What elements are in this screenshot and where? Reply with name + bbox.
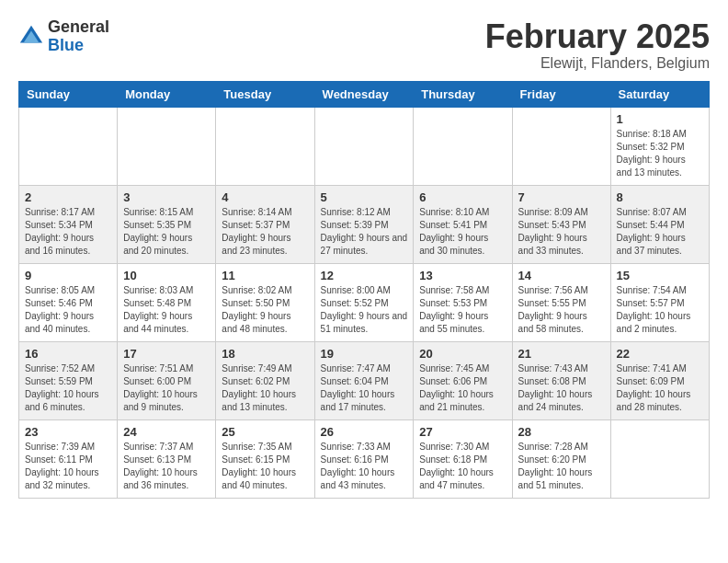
calendar-week-row: 9Sunrise: 8:05 AM Sunset: 5:46 PM Daylig… — [19, 263, 710, 341]
day-number: 19 — [321, 347, 408, 361]
calendar-day-cell: 12Sunrise: 8:00 AM Sunset: 5:52 PM Dayli… — [314, 263, 414, 341]
calendar-subtitle: Elewijt, Flanders, Belgium — [485, 55, 710, 72]
calendar-day-cell: 14Sunrise: 7:56 AM Sunset: 5:55 PM Dayli… — [512, 263, 610, 341]
day-info: Sunrise: 8:15 AM Sunset: 5:35 PM Dayligh… — [123, 206, 210, 258]
day-info: Sunrise: 7:33 AM Sunset: 6:16 PM Dayligh… — [321, 441, 408, 492]
calendar-day-cell: 23Sunrise: 7:39 AM Sunset: 6:11 PM Dayli… — [19, 419, 118, 498]
weekday-header-cell: Friday — [512, 81, 610, 107]
weekday-header-cell: Wednesday — [314, 81, 414, 107]
day-number: 25 — [222, 425, 308, 439]
calendar-day-cell: 1Sunrise: 8:18 AM Sunset: 5:32 PM Daylig… — [610, 107, 709, 185]
day-info: Sunrise: 8:02 AM Sunset: 5:50 PM Dayligh… — [222, 284, 308, 336]
calendar-day-cell — [118, 107, 216, 185]
day-number: 26 — [321, 425, 408, 439]
calendar-day-cell: 18Sunrise: 7:49 AM Sunset: 6:02 PM Dayli… — [216, 341, 314, 419]
day-info: Sunrise: 8:03 AM Sunset: 5:48 PM Dayligh… — [123, 284, 210, 336]
day-info: Sunrise: 8:12 AM Sunset: 5:39 PM Dayligh… — [321, 206, 408, 258]
day-info: Sunrise: 8:09 AM Sunset: 5:43 PM Dayligh… — [518, 206, 605, 258]
calendar-day-cell: 21Sunrise: 7:43 AM Sunset: 6:08 PM Dayli… — [512, 341, 610, 419]
calendar-day-cell: 11Sunrise: 8:02 AM Sunset: 5:50 PM Dayli… — [216, 263, 314, 341]
day-info: Sunrise: 7:58 AM Sunset: 5:53 PM Dayligh… — [419, 284, 506, 336]
calendar-body: 1Sunrise: 8:18 AM Sunset: 5:32 PM Daylig… — [19, 107, 710, 498]
day-info: Sunrise: 8:14 AM Sunset: 5:37 PM Dayligh… — [222, 206, 308, 258]
day-number: 18 — [222, 347, 308, 361]
day-number: 15 — [617, 269, 703, 282]
calendar-day-cell: 26Sunrise: 7:33 AM Sunset: 6:16 PM Dayli… — [314, 419, 414, 498]
day-number: 17 — [123, 347, 210, 361]
day-info: Sunrise: 8:17 AM Sunset: 5:34 PM Dayligh… — [25, 206, 111, 258]
calendar-day-cell: 15Sunrise: 7:54 AM Sunset: 5:57 PM Dayli… — [610, 263, 709, 341]
calendar-table: SundayMondayTuesdayWednesdayThursdayFrid… — [18, 81, 710, 499]
calendar-day-cell: 4Sunrise: 8:14 AM Sunset: 5:37 PM Daylig… — [216, 185, 314, 263]
day-info: Sunrise: 7:56 AM Sunset: 5:55 PM Dayligh… — [518, 284, 605, 336]
day-number: 28 — [518, 425, 605, 439]
calendar-day-cell: 27Sunrise: 7:30 AM Sunset: 6:18 PM Dayli… — [414, 419, 512, 498]
day-info: Sunrise: 7:47 AM Sunset: 6:04 PM Dayligh… — [321, 362, 408, 414]
day-info: Sunrise: 8:10 AM Sunset: 5:41 PM Dayligh… — [419, 206, 506, 258]
day-info: Sunrise: 8:07 AM Sunset: 5:44 PM Dayligh… — [617, 206, 703, 258]
calendar-day-cell — [610, 419, 709, 498]
day-info: Sunrise: 7:45 AM Sunset: 6:06 PM Dayligh… — [419, 362, 506, 414]
day-info: Sunrise: 7:51 AM Sunset: 6:00 PM Dayligh… — [123, 362, 210, 414]
day-number: 3 — [123, 190, 210, 204]
day-number: 23 — [25, 425, 111, 439]
weekday-header-cell: Sunday — [19, 81, 118, 107]
day-number: 27 — [419, 425, 506, 439]
calendar-day-cell: 24Sunrise: 7:37 AM Sunset: 6:13 PM Dayli… — [118, 419, 216, 498]
day-number: 20 — [419, 347, 506, 361]
day-number: 2 — [25, 190, 111, 204]
day-number: 10 — [123, 269, 210, 282]
day-info: Sunrise: 7:39 AM Sunset: 6:11 PM Dayligh… — [25, 441, 111, 492]
page-header: General Blue February 2025 Elewijt, Flan… — [18, 18, 710, 72]
day-number: 5 — [321, 190, 408, 204]
calendar-day-cell: 22Sunrise: 7:41 AM Sunset: 6:09 PM Dayli… — [610, 341, 709, 419]
calendar-week-row: 23Sunrise: 7:39 AM Sunset: 6:11 PM Dayli… — [19, 419, 710, 498]
calendar-day-cell: 3Sunrise: 8:15 AM Sunset: 5:35 PM Daylig… — [118, 185, 216, 263]
weekday-header-row: SundayMondayTuesdayWednesdayThursdayFrid… — [19, 81, 710, 107]
weekday-header-cell: Monday — [118, 81, 216, 107]
logo-general: General — [48, 18, 109, 37]
day-number: 21 — [518, 347, 605, 361]
calendar-day-cell — [216, 107, 314, 185]
calendar-day-cell — [512, 107, 610, 185]
calendar-day-cell — [314, 107, 414, 185]
day-number: 1 — [617, 112, 703, 126]
calendar-day-cell — [19, 107, 118, 185]
weekday-header-cell: Thursday — [414, 81, 512, 107]
day-number: 13 — [419, 269, 506, 282]
calendar-day-cell: 25Sunrise: 7:35 AM Sunset: 6:15 PM Dayli… — [216, 419, 314, 498]
calendar-day-cell: 20Sunrise: 7:45 AM Sunset: 6:06 PM Dayli… — [414, 341, 512, 419]
calendar-day-cell — [414, 107, 512, 185]
logo-icon — [18, 24, 44, 50]
calendar-day-cell: 7Sunrise: 8:09 AM Sunset: 5:43 PM Daylig… — [512, 185, 610, 263]
day-number: 8 — [617, 190, 703, 204]
day-info: Sunrise: 7:54 AM Sunset: 5:57 PM Dayligh… — [617, 284, 703, 336]
day-info: Sunrise: 7:41 AM Sunset: 6:09 PM Dayligh… — [617, 362, 703, 414]
day-number: 11 — [222, 269, 308, 282]
day-number: 12 — [321, 269, 408, 282]
day-number: 22 — [617, 347, 703, 361]
day-number: 7 — [518, 190, 605, 204]
day-info: Sunrise: 7:49 AM Sunset: 6:02 PM Dayligh… — [222, 362, 308, 414]
calendar-day-cell: 19Sunrise: 7:47 AM Sunset: 6:04 PM Dayli… — [314, 341, 414, 419]
logo-blue: Blue — [48, 37, 109, 55]
calendar-day-cell: 5Sunrise: 8:12 AM Sunset: 5:39 PM Daylig… — [314, 185, 414, 263]
calendar-day-cell: 9Sunrise: 8:05 AM Sunset: 5:46 PM Daylig… — [19, 263, 118, 341]
day-number: 9 — [25, 269, 111, 282]
calendar-day-cell: 28Sunrise: 7:28 AM Sunset: 6:20 PM Dayli… — [512, 419, 610, 498]
day-info: Sunrise: 7:52 AM Sunset: 5:59 PM Dayligh… — [25, 362, 111, 414]
day-info: Sunrise: 7:43 AM Sunset: 6:08 PM Dayligh… — [518, 362, 605, 414]
logo: General Blue — [18, 18, 109, 55]
calendar-day-cell: 17Sunrise: 7:51 AM Sunset: 6:00 PM Dayli… — [118, 341, 216, 419]
day-number: 4 — [222, 190, 308, 204]
calendar-day-cell: 2Sunrise: 8:17 AM Sunset: 5:34 PM Daylig… — [19, 185, 118, 263]
calendar-week-row: 16Sunrise: 7:52 AM Sunset: 5:59 PM Dayli… — [19, 341, 710, 419]
day-info: Sunrise: 8:18 AM Sunset: 5:32 PM Dayligh… — [617, 128, 703, 179]
calendar-day-cell: 8Sunrise: 8:07 AM Sunset: 5:44 PM Daylig… — [610, 185, 709, 263]
day-info: Sunrise: 7:37 AM Sunset: 6:13 PM Dayligh… — [123, 441, 210, 492]
day-info: Sunrise: 7:28 AM Sunset: 6:20 PM Dayligh… — [518, 441, 605, 492]
calendar-week-row: 2Sunrise: 8:17 AM Sunset: 5:34 PM Daylig… — [19, 185, 710, 263]
calendar-day-cell: 6Sunrise: 8:10 AM Sunset: 5:41 PM Daylig… — [414, 185, 512, 263]
weekday-header-cell: Saturday — [610, 81, 709, 107]
weekday-header-cell: Tuesday — [216, 81, 314, 107]
